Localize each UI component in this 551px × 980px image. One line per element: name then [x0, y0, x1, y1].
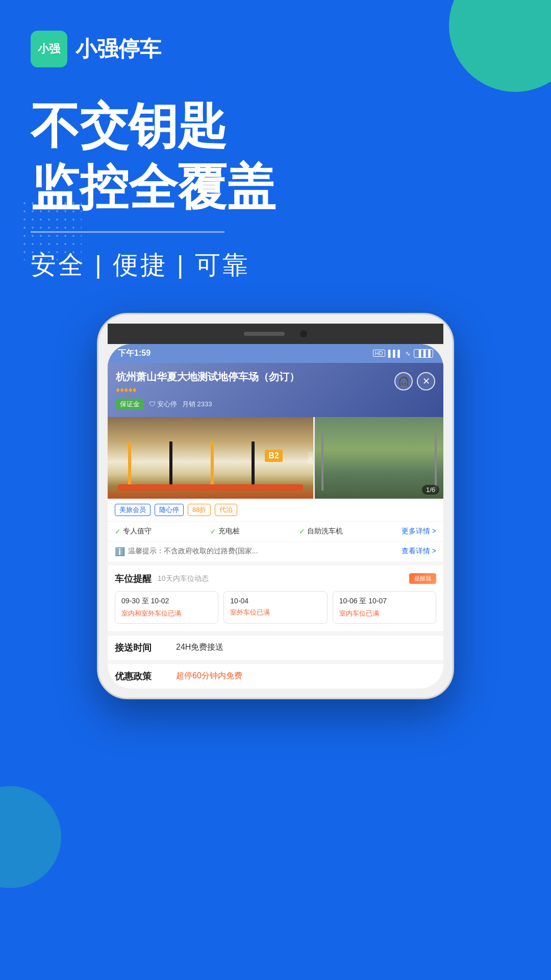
photo-gallery: 4.9 超棒 666人评价 B2 [108, 417, 443, 499]
facility-carwash: ✓ 自助洗车机 [299, 527, 343, 536]
badge-guarantee: 保证金 [116, 399, 144, 410]
warning-icon: ℹ️ [115, 547, 125, 556]
detail-stars: ♦♦♦♦♦ [116, 385, 394, 395]
detail-badges-row: 保证金 🛡 安心停 月销 2333 [116, 399, 435, 410]
view-detail-link[interactable]: 查看详情 > [402, 547, 436, 556]
warning-row: ℹ️ 温馨提示：不含政府收取的过路费(国家... 查看详情 > [108, 542, 443, 566]
facility-guard: ✓ 专人值守 [115, 527, 152, 536]
battery-icon: ▐▐▐ [414, 349, 433, 358]
date-cell-1: 09-30 至 10-02 室内和室外车位已满 [115, 591, 218, 624]
discount-label: 优惠政策 [115, 670, 176, 682]
badge-safe: 🛡 安心停 [149, 400, 177, 409]
warning-text: 温馨提示：不含政府收取的过路费(国家... [128, 547, 402, 556]
bg-circle-bottom-left [0, 786, 61, 888]
service-tags: 美旅会员 随心停 88折 代泊 [108, 499, 443, 522]
pickup-time-row: 接送时间 24H免费接送 [108, 635, 443, 660]
photo-counter: 1/6 [422, 485, 439, 495]
hero-line1: 不交钥匙 [31, 98, 520, 154]
app-name: 小强停车 [76, 35, 161, 63]
discount-policy-row: 优惠政策 超停60分钟内免费 [108, 660, 443, 689]
headphone-button[interactable]: 🎧 [394, 372, 413, 390]
close-button[interactable]: ✕ [417, 372, 435, 390]
date-cells: 09-30 至 10-02 室内和室外车位已满 10-04 室外车位已满 10-… [115, 591, 436, 624]
phone-speaker [244, 332, 285, 336]
reminder-tag: 提醒我 [409, 573, 436, 584]
header: 小强 小强停车 [0, 0, 551, 67]
phone-top-bar [108, 324, 443, 344]
signal-icon: ▌▌▌ [388, 350, 403, 357]
reminder-header: 车位提醒 10天内车位动态 提醒我 [115, 573, 436, 585]
service-tag-anytime: 随心停 [155, 504, 184, 516]
pickup-value: 24H免费接送 [176, 642, 223, 653]
parking-reminder-section: 车位提醒 10天内车位动态 提醒我 09-30 至 10-02 室内和室外车位已… [108, 566, 443, 631]
b2-sign: B2 [265, 450, 282, 462]
detail-header: 杭州萧山华夏大地测试地停车场（勿订） ♦♦♦♦♦ 🎧 ✕ 保证金 🛡 安心停 [108, 363, 443, 417]
detail-title: 杭州萧山华夏大地测试地停车场（勿订） [116, 370, 394, 383]
service-tag-discount: 88折 [188, 504, 211, 516]
app-logo: 小强 [31, 31, 67, 67]
more-detail-link[interactable]: 更多详情 > [402, 527, 436, 536]
reminder-subtitle: 10天内车位动态 [158, 574, 209, 583]
photo-secondary[interactable]: 1/6 [315, 417, 443, 499]
status-icons: HD ▌▌▌ ∿ ▐▐▐ [373, 349, 433, 358]
detail-title-row: 杭州萧山华夏大地测试地停车场（勿订） ♦♦♦♦♦ 🎧 ✕ [116, 370, 435, 395]
status-bar: 下午1:59 HD ▌▌▌ ∿ ▐▐▐ [108, 344, 443, 363]
status-time: 下午1:59 [118, 348, 151, 359]
service-tag-member: 美旅会员 [115, 504, 151, 516]
phone-camera [300, 330, 307, 337]
facility-charger: ✓ 充电桩 [210, 527, 240, 536]
photo-main[interactable]: 4.9 超棒 666人评价 B2 [108, 417, 313, 499]
hero-tagline: 安全 | 便捷 | 可靠 [31, 248, 520, 282]
phone-wrapper: 下午1:59 HD ▌▌▌ ∿ ▐▐▐ 杭州萧山华夏大地测试地停车场（勿订） ♦… [0, 282, 551, 699]
shield-icon: 🛡 [149, 400, 156, 408]
detail-actions: 🎧 ✕ [394, 372, 435, 390]
phone-outer: 下午1:59 HD ▌▌▌ ∿ ▐▐▐ 杭州萧山华夏大地测试地停车场（勿订） ♦… [97, 313, 454, 699]
hd-icon: HD [373, 350, 385, 357]
discount-value[interactable]: 超停60分钟内免费 [176, 671, 242, 681]
service-tag-valet: 代泊 [215, 504, 237, 516]
pickup-label: 接送时间 [115, 642, 176, 654]
phone-inner: 下午1:59 HD ▌▌▌ ∿ ▐▐▐ 杭州萧山华夏大地测试地停车场（勿订） ♦… [108, 344, 443, 689]
reminder-title: 车位提醒 [115, 573, 152, 585]
date-cell-2: 10-04 室外车位已满 [223, 591, 327, 624]
badge-monthly: 月销 2333 [182, 400, 212, 409]
hero-divider [31, 231, 224, 233]
wifi-icon: ∿ [405, 350, 411, 357]
gallery-arrow[interactable]: › [308, 452, 313, 464]
hero-line2: 监控全覆盖 [31, 159, 520, 215]
hero-section: 不交钥匙 监控全覆盖 安全 | 便捷 | 可靠 [0, 67, 551, 282]
app-screen: 下午1:59 HD ▌▌▌ ∿ ▐▐▐ 杭州萧山华夏大地测试地停车场（勿订） ♦… [108, 344, 443, 689]
facilities-row: ✓ 专人值守 ✓ 充电桩 ✓ 自助洗车机 更多详情 > [108, 522, 443, 542]
date-cell-3: 10-06 至 10-07 室内车位已满 [333, 591, 436, 624]
